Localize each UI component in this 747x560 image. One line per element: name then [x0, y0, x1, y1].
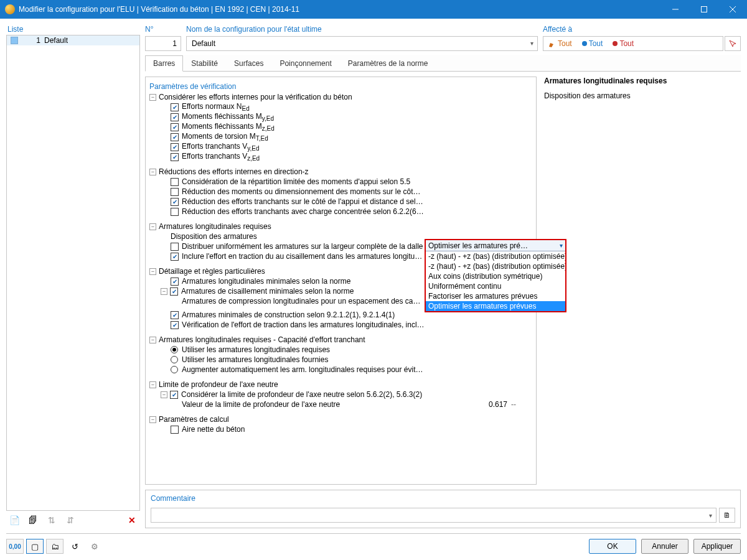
expander-icon[interactable]: − — [149, 223, 156, 230]
checkbox[interactable] — [171, 198, 179, 206]
tab-barres[interactable]: Barres — [145, 55, 183, 72]
item-vy[interactable]: Efforts tranchants Vy,Ed — [182, 142, 259, 152]
group-detailing[interactable]: Détaillage et règles particulières — [159, 267, 265, 276]
settings-icon[interactable]: ⚙ — [86, 539, 103, 554]
item-mt[interactable]: Moments de torsion MT,Ed — [182, 132, 268, 142]
group-internal-forces[interactable]: Considérer les efforts internes pour la … — [159, 93, 352, 101]
tab-poinconnement[interactable]: Poinçonnement — [271, 55, 339, 72]
item-g5a[interactable]: Utiliser les armatures longitudinales re… — [182, 345, 330, 354]
ok-button[interactable]: OK — [589, 539, 636, 554]
cancel-button[interactable]: Annuler — [641, 539, 688, 554]
group-calc-params[interactable]: Paramètres de calcul — [159, 415, 229, 424]
expander-icon[interactable]: − — [149, 416, 156, 423]
tab-parametres-norme[interactable]: Paramètres de la norme — [340, 55, 436, 72]
dropdown-option-selected[interactable]: Optimiser les armatures prévues — [426, 301, 565, 311]
item-g6a[interactable]: Considérer la limite de profondeur de l'… — [181, 390, 422, 399]
radio[interactable] — [171, 366, 178, 373]
apply-button[interactable]: Appliquer — [693, 539, 741, 554]
item-g5c[interactable]: Augmenter automatiquement les arm. longi… — [182, 365, 425, 374]
expander-icon[interactable]: − — [149, 268, 156, 275]
dropdown-option[interactable]: -z (haut) - +z (bas) (distribution optim… — [426, 261, 565, 271]
group-reductions-z[interactable]: Réductions des efforts internes en direc… — [159, 167, 309, 176]
group-neutral-axis[interactable]: Limite de profondeur de l'axe neutre — [159, 380, 278, 389]
group-long-rebar-req[interactable]: Armatures longitudinales requises — [159, 222, 271, 231]
group-shear-capacity[interactable]: Armatures longitudinales requises - Capa… — [159, 335, 365, 344]
expander-icon[interactable]: − — [161, 288, 167, 295]
radio[interactable] — [171, 356, 178, 363]
reset-icon[interactable]: ↺ — [66, 539, 83, 554]
checkbox[interactable] — [171, 426, 179, 434]
tab-surfaces[interactable]: Surfaces — [226, 55, 271, 72]
checkbox[interactable] — [171, 278, 179, 286]
checkbox[interactable] — [171, 188, 179, 196]
checkbox[interactable] — [171, 103, 179, 111]
checkbox[interactable] — [171, 133, 179, 141]
number-input[interactable]: 1 — [145, 36, 181, 51]
view-icon[interactable]: ▢ — [26, 539, 44, 554]
item-g2a[interactable]: Considération de la répartition limitée … — [182, 177, 410, 186]
checkbox[interactable] — [171, 321, 179, 329]
item-g2c[interactable]: Réduction des efforts tranchants sur le … — [182, 197, 425, 206]
item-normal-forces[interactable]: Efforts normaux NEd — [182, 102, 250, 112]
maximize-button[interactable] — [690, 0, 718, 19]
item-g4b[interactable]: Armatures de cisaillement minimales selo… — [181, 287, 354, 296]
item-g5b[interactable]: Utiliser les armatures longitudinales fo… — [182, 355, 328, 364]
item-my[interactable]: Moments fléchissants My,Ed — [182, 112, 274, 122]
config-name-input[interactable]: Default ▾ — [186, 36, 538, 51]
expander-icon[interactable]: − — [149, 381, 156, 388]
item-vz[interactable]: Efforts tranchants Vz,Ed — [182, 152, 260, 162]
sort-desc-icon[interactable]: ⇵ — [62, 512, 78, 528]
pick-assigned-icon[interactable] — [725, 36, 741, 51]
item-g4b1[interactable]: Armatures de compression longitudinales … — [182, 297, 425, 306]
item-g3c[interactable]: Inclure l'effort en traction du au cisai… — [182, 252, 425, 261]
tab-stabilite[interactable]: Stabilité — [183, 55, 226, 72]
assigned-chip[interactable]: Tout Tout Tout — [543, 36, 723, 51]
checkbox[interactable] — [171, 178, 179, 186]
checkbox[interactable] — [170, 287, 178, 296]
sort-asc-icon[interactable]: ⇅ — [44, 512, 60, 528]
new-config-icon[interactable]: 📄 — [6, 512, 22, 528]
checkbox[interactable] — [170, 391, 178, 399]
item-disposition[interactable]: Disposition des armatures — [171, 232, 257, 241]
copy-config-icon[interactable]: 🗐 — [25, 512, 41, 528]
checkbox[interactable] — [171, 143, 179, 151]
minimize-button[interactable] — [661, 0, 690, 19]
item-g2d[interactable]: Réduction des efforts tranchants avec ch… — [182, 207, 425, 216]
neutral-axis-limit-value[interactable]: 0.617 — [464, 400, 507, 409]
item-g2b[interactable]: Réduction des moments ou dimensionnement… — [182, 187, 425, 196]
expander-icon[interactable]: − — [161, 391, 167, 398]
checkbox[interactable] — [171, 311, 179, 319]
units-icon[interactable]: 0,00 — [6, 539, 24, 554]
dropdown-option[interactable]: Aux coins (distribution symétrique) — [426, 271, 565, 281]
item-mz[interactable]: Moments fléchissants Mz,Ed — [182, 122, 275, 132]
close-button[interactable] — [718, 0, 747, 19]
comment-edit-icon[interactable]: 🗎 — [719, 508, 735, 523]
item-g4d[interactable]: Vérification de l'effort de traction dan… — [182, 320, 425, 329]
radio[interactable] — [171, 346, 178, 353]
list-box[interactable]: 1 Default — [6, 35, 140, 511]
expander-icon[interactable]: − — [149, 337, 156, 343]
checkbox[interactable] — [171, 123, 179, 131]
checkbox[interactable] — [171, 243, 179, 251]
item-g6b[interactable]: Valeur de la limite de profondeur de l'a… — [182, 400, 340, 409]
item-g4c[interactable]: Armatures minimales de construction selo… — [182, 310, 395, 319]
item-g7a[interactable]: Aire nette du béton — [182, 425, 245, 434]
checkbox[interactable] — [171, 253, 179, 261]
checkbox[interactable] — [171, 208, 179, 216]
dropdown-option[interactable]: Factoriser les armatures prévues — [426, 291, 565, 301]
checkbox[interactable] — [171, 113, 179, 121]
expander-icon[interactable]: − — [149, 94, 156, 101]
item-g4a[interactable]: Armatures longitudinales minimales selon… — [182, 277, 350, 286]
checkbox[interactable] — [171, 153, 179, 161]
disposition-dropdown[interactable]: Optimiser les armatures pré… ▾ -z (haut)… — [425, 239, 566, 312]
delete-config-icon[interactable]: ✕ — [124, 512, 140, 528]
dropdown-option[interactable]: Uniformément continu — [426, 281, 565, 291]
comment-input[interactable]: ▾ — [151, 508, 716, 523]
number-field: N° 1 — [145, 25, 181, 51]
dropdown-option[interactable]: -z (haut) - +z (bas) (distribution optim… — [426, 251, 565, 261]
tree-view-icon[interactable]: 🗂 — [46, 539, 63, 554]
dropdown-selected[interactable]: Optimiser les armatures pré… ▾ — [426, 240, 565, 251]
list-item[interactable]: 1 Default — [7, 35, 139, 45]
item-g3b[interactable]: Distribuer uniformément les armatures su… — [182, 242, 423, 251]
expander-icon[interactable]: − — [149, 169, 156, 175]
